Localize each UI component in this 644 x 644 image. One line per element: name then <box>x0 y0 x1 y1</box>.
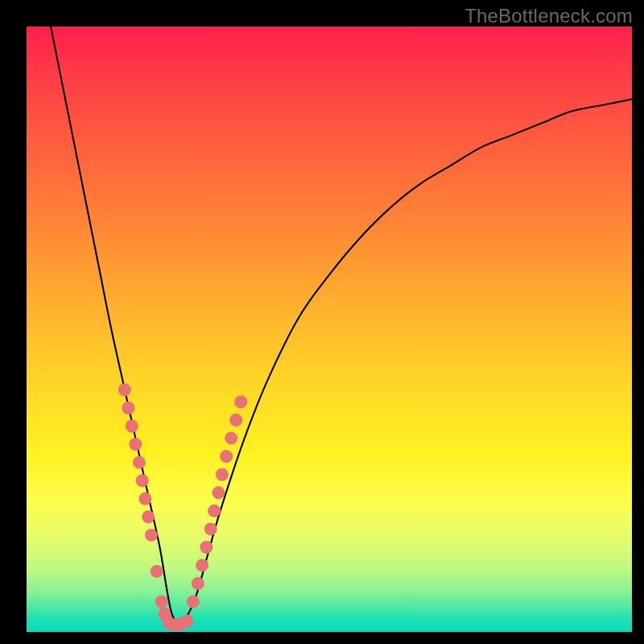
plot-area <box>27 27 632 632</box>
data-bead <box>200 541 213 554</box>
data-bead <box>208 505 221 518</box>
data-bead <box>126 419 138 432</box>
data-bead <box>204 522 217 535</box>
data-bead <box>229 414 242 427</box>
data-bead <box>138 493 151 506</box>
chart-frame: TheBottleneck.com <box>0 0 644 644</box>
data-bead <box>155 595 168 608</box>
data-bead <box>180 614 193 627</box>
data-bead <box>118 383 131 396</box>
data-bead <box>142 510 155 523</box>
bottleneck-curve <box>51 27 632 622</box>
watermark-text: TheBottleneck.com <box>464 5 633 27</box>
data-bead <box>145 529 158 542</box>
data-bead <box>187 595 200 608</box>
data-bead <box>196 559 208 572</box>
data-bead <box>151 565 163 578</box>
curve-svg <box>27 27 632 632</box>
beads-group <box>118 383 247 631</box>
data-bead <box>234 395 247 408</box>
data-bead <box>225 431 237 444</box>
data-bead <box>192 577 204 590</box>
data-bead <box>136 474 149 487</box>
data-bead <box>129 438 142 451</box>
curve-group <box>51 27 632 622</box>
data-bead <box>216 468 229 481</box>
data-bead <box>133 456 146 469</box>
data-bead <box>220 450 233 463</box>
data-bead <box>212 486 225 499</box>
data-bead <box>122 402 134 415</box>
